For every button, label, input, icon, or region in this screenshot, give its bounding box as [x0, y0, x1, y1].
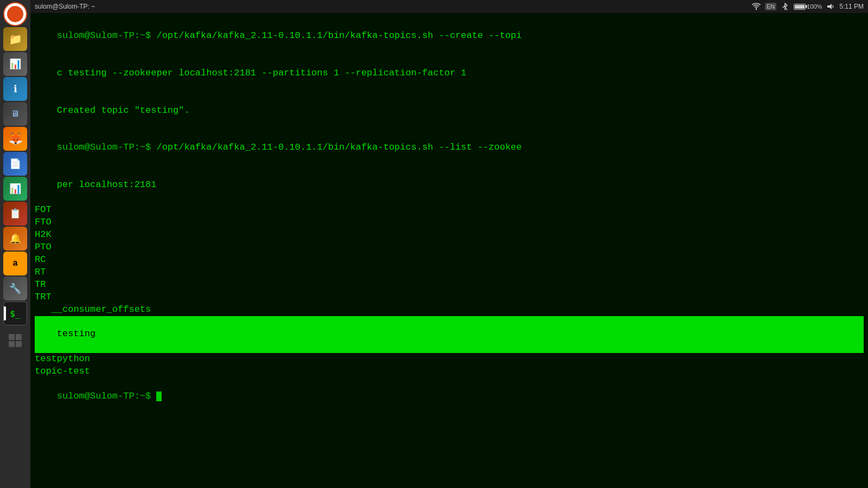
- topic-rc: RC: [35, 254, 864, 266]
- terminal-window[interactable]: sulom@Sulom-TP:~$ /opt/kafka/kafka_2.11-…: [30, 13, 868, 488]
- topic-fot: FOT: [35, 204, 864, 216]
- terminal-current-prompt: sulom@Sulom-TP:~$: [35, 378, 864, 415]
- topic-testpython: testpython: [35, 353, 864, 365]
- bluetooth-icon[interactable]: [781, 2, 789, 11]
- topic-h2k: H2K: [35, 229, 864, 241]
- command-1: /opt/kafka/kafka_2.11-0.10.1.1/bin/kafka…: [156, 30, 521, 41]
- wifi-icon[interactable]: [752, 2, 761, 11]
- svg-rect-0: [9, 334, 15, 340]
- topic-consumer-offsets: __consumer_offsets: [35, 304, 864, 316]
- wrench-icon[interactable]: 🔧: [3, 277, 27, 300]
- alert-icon[interactable]: 🔔: [3, 227, 27, 251]
- volume-icon[interactable]: [826, 2, 835, 11]
- presentation-icon[interactable]: 📋: [3, 202, 27, 226]
- info-icon[interactable]: ℹ: [3, 77, 27, 101]
- topic-rt: RT: [35, 266, 864, 279]
- topic-pto: PTO: [35, 241, 864, 254]
- topic-testing-highlighted: testing: [35, 316, 864, 354]
- files-icon[interactable]: 📁: [3, 27, 27, 51]
- topic-topic-test: topic-test: [35, 365, 864, 378]
- svg-rect-2: [9, 341, 15, 347]
- prompt-1: sulom@Sulom-TP:~$: [57, 30, 157, 41]
- system-time: 5:11 PM: [839, 3, 864, 10]
- svg-rect-1: [16, 334, 22, 340]
- battery-percent: 100%: [807, 3, 822, 10]
- terminal-line-1b: c testing --zookeeper localhost:2181 --p…: [35, 55, 864, 92]
- document-icon[interactable]: 📄: [3, 152, 27, 176]
- keyboard-layout[interactable]: EN: [765, 3, 776, 10]
- taskbar: 📁 📊 ℹ 🖥 🦊 📄 📊 📋 🔔 a 🔧 $_: [0, 0, 30, 488]
- terminal-line-2b: per localhost:2181: [35, 166, 864, 204]
- terminal-output-created: Created topic "testing".: [35, 92, 864, 130]
- ubuntu-logo-icon[interactable]: [3, 2, 27, 26]
- topic-tr: TR: [35, 279, 864, 291]
- terminal-line-1: sulom@Sulom-TP:~$ /opt/kafka/kafka_2.11-…: [35, 17, 864, 55]
- spreadsheet-icon[interactable]: 📊: [3, 177, 27, 201]
- window-title: sulom@Sulom-TP: ~: [35, 3, 95, 10]
- workspace-icon[interactable]: [3, 329, 27, 352]
- svg-marker-4: [827, 4, 832, 9]
- prompt-current: sulom@Sulom-TP:~$: [57, 391, 157, 401]
- firefox-icon[interactable]: 🦊: [3, 127, 27, 151]
- topbar-right: EN 100% 5:11 PM: [752, 2, 864, 11]
- terminal-line-2: sulom@Sulom-TP:~$ /opt/kafka/kafka_2.11-…: [35, 129, 864, 166]
- amazon-icon[interactable]: a: [3, 252, 27, 275]
- system-settings-icon[interactable]: 📊: [3, 52, 27, 76]
- battery-indicator: 100%: [794, 3, 822, 10]
- topbar: sulom@Sulom-TP: ~ EN 100%: [30, 0, 868, 13]
- pc-icon[interactable]: 🖥: [3, 102, 27, 126]
- terminal-cursor: [156, 391, 162, 401]
- terminal-icon[interactable]: $_: [3, 301, 27, 325]
- prompt-2: sulom@Sulom-TP:~$: [57, 142, 157, 152]
- topic-fto: FTO: [35, 216, 864, 229]
- svg-rect-3: [16, 341, 22, 347]
- topic-trt: TRT: [35, 291, 864, 304]
- command-2: /opt/kafka/kafka_2.11-0.10.1.1/bin/kafka…: [156, 142, 521, 152]
